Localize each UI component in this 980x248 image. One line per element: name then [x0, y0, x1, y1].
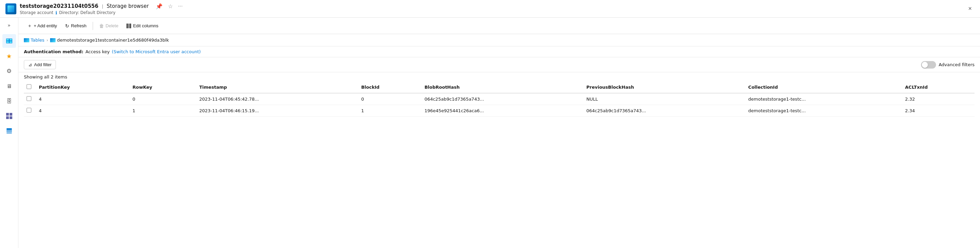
- row-checkbox-cell: [24, 105, 35, 117]
- col-acl-txn-id: ACLTxnId: [901, 82, 975, 93]
- col-timestamp: Timestamp: [195, 82, 357, 93]
- bookmark-icon[interactable]: ☆: [167, 2, 174, 10]
- sidebar-toggle[interactable]: »: [3, 21, 15, 30]
- svg-rect-9: [6, 128, 12, 130]
- sidebar-item-tables[interactable]: [2, 34, 16, 48]
- add-entity-label: + Add entity: [34, 23, 57, 28]
- sidebar-item-database[interactable]: [2, 124, 16, 138]
- col-block-id-label: BlockId: [361, 85, 380, 90]
- breadcrumb-chevron: ›: [46, 38, 48, 43]
- advanced-filters-label: Advanced filters: [939, 62, 975, 67]
- title-bar: teststorage20231104t0556 | Storage brows…: [0, 0, 980, 18]
- star-icon: ★: [5, 52, 13, 60]
- monitor-icon: 🖥: [5, 82, 13, 90]
- switch-auth-link[interactable]: (Switch to Microsoft Entra user account): [112, 49, 201, 54]
- breadcrumb-container-label: demoteststorage1testcontainer1e5d680f49d…: [57, 38, 169, 43]
- svg-rect-7: [6, 116, 9, 119]
- svg-rect-12: [126, 24, 128, 28]
- table-body: 402023-11-04T06:45:42.78...0064c25ab9c1d…: [24, 93, 975, 117]
- add-filter-button[interactable]: ⊿ Add filter: [24, 60, 56, 69]
- col-collection-id-label: CollectionId: [748, 85, 778, 90]
- table-header: PartitionKey RowKey Timestamp BlockId Bl: [24, 82, 975, 93]
- svg-rect-3: [6, 41, 9, 43]
- page-title: Storage browser: [107, 3, 149, 9]
- cell-rowKey: 1: [129, 105, 195, 117]
- refresh-label: Refresh: [71, 23, 87, 28]
- breadcrumb-tables-label: Tables: [31, 38, 44, 43]
- items-count-text: Showing all 2 items: [24, 74, 67, 80]
- content-area: ＋ + Add entity ↻ Refresh 🗑 Delete: [18, 18, 980, 248]
- cell-aclTxnId: 2.34: [901, 105, 975, 117]
- title-info: teststorage20231104t0556 | Storage brows…: [20, 2, 184, 15]
- storage-account-label: Storage account: [20, 10, 54, 15]
- edit-columns-button[interactable]: Edit columns: [123, 21, 162, 30]
- breadcrumb-current: demoteststorage1testcontainer1e5d680f49d…: [50, 38, 169, 43]
- title-icons: 📌 ☆ ···: [154, 2, 184, 10]
- cell-blockId: 1: [357, 105, 420, 117]
- table-container[interactable]: PartitionKey RowKey Timestamp BlockId Bl: [18, 82, 980, 248]
- row-checkbox[interactable]: [27, 96, 31, 101]
- sidebar-item-storage[interactable]: 🗄: [2, 94, 16, 108]
- table-row[interactable]: 412023-11-04T06:46:15.19...1196e45e92544…: [24, 105, 975, 117]
- subtitle-row: Storage account ℹ Directory: Default Dir…: [20, 10, 184, 15]
- checkbox-header-cell: [24, 82, 35, 93]
- col-blob-root-hash-label: BlobRootHash: [425, 85, 460, 90]
- main-layout: » ★ ⚙ 🖥 🗄: [0, 18, 980, 248]
- cell-previousBlockHash: 064c25ab9c1d7365a743...: [582, 105, 744, 117]
- chevron-right-icon: »: [8, 22, 11, 28]
- svg-rect-1: [6, 39, 9, 41]
- col-timestamp-label: Timestamp: [199, 85, 227, 90]
- delete-label: Delete: [106, 23, 119, 28]
- refresh-button[interactable]: ↻ Refresh: [62, 21, 90, 30]
- breadcrumb-tables[interactable]: Tables: [24, 38, 44, 43]
- delete-icon: 🗑: [99, 23, 104, 29]
- add-icon: ＋: [27, 23, 32, 29]
- svg-rect-6: [10, 113, 12, 116]
- pin-icon[interactable]: 📌: [154, 2, 164, 10]
- refresh-icon: ↻: [65, 23, 69, 29]
- tables-breadcrumb-icon: [24, 38, 29, 42]
- sidebar-item-favorites[interactable]: ★: [2, 49, 16, 63]
- col-partition-key: PartitionKey: [35, 82, 129, 93]
- header-row: PartitionKey RowKey Timestamp BlockId Bl: [24, 82, 975, 93]
- col-prev-block-hash-label: PreviousBlockHash: [586, 85, 634, 90]
- more-icon[interactable]: ···: [177, 2, 184, 10]
- col-acl-txn-id-label: ACLTxnId: [905, 85, 928, 90]
- items-count: Showing all 2 items: [18, 72, 980, 82]
- storage-icon: 🗄: [5, 97, 13, 105]
- table-row[interactable]: 402023-11-04T06:45:42.78...0064c25ab9c1d…: [24, 93, 975, 105]
- filter-bar: ⊿ Add filter Advanced filters: [18, 57, 980, 72]
- sidebar-item-monitor[interactable]: 🖥: [2, 79, 16, 93]
- select-all-checkbox[interactable]: [27, 84, 31, 89]
- auth-method-value: Access key: [86, 49, 110, 54]
- svg-rect-8: [10, 116, 12, 119]
- auth-bar: Authentication method: Access key (Switc…: [18, 46, 980, 57]
- svg-rect-4: [10, 41, 12, 43]
- cell-blobRootHash: 196e45e925441c26aca6...: [420, 105, 582, 117]
- info-icon: ℹ: [56, 10, 57, 15]
- row-checkbox[interactable]: [27, 108, 31, 113]
- col-collection-id: CollectionId: [744, 82, 901, 93]
- svg-rect-10: [6, 130, 12, 132]
- data-table: PartitionKey RowKey Timestamp BlockId Bl: [24, 82, 975, 117]
- col-row-key: RowKey: [129, 82, 195, 93]
- cell-partitionKey: 4: [35, 93, 129, 105]
- cell-blockId: 0: [357, 93, 420, 105]
- toolbar: ＋ + Add entity ↻ Refresh 🗑 Delete: [18, 18, 980, 34]
- app-icon-inner: [8, 5, 14, 12]
- toggle-knob: [922, 62, 928, 68]
- gear-icon: ⚙: [5, 67, 13, 75]
- add-filter-label: Add filter: [34, 62, 51, 67]
- title-separator: |: [102, 4, 103, 9]
- advanced-filters-toggle[interactable]: [921, 61, 936, 69]
- delete-button[interactable]: 🗑 Delete: [96, 21, 122, 30]
- sidebar-item-grid[interactable]: [2, 109, 16, 123]
- cell-blobRootHash: 064c25ab9c1d7365a743...: [420, 93, 582, 105]
- title-bar-left: teststorage20231104t0556 | Storage brows…: [5, 2, 965, 15]
- app-icon: [5, 3, 16, 14]
- auth-method-label: Authentication method:: [24, 49, 83, 54]
- close-button[interactable]: ×: [965, 4, 975, 14]
- add-entity-button[interactable]: ＋ + Add entity: [24, 21, 60, 31]
- col-row-key-label: RowKey: [132, 85, 152, 90]
- sidebar-item-settings[interactable]: ⚙: [2, 64, 16, 78]
